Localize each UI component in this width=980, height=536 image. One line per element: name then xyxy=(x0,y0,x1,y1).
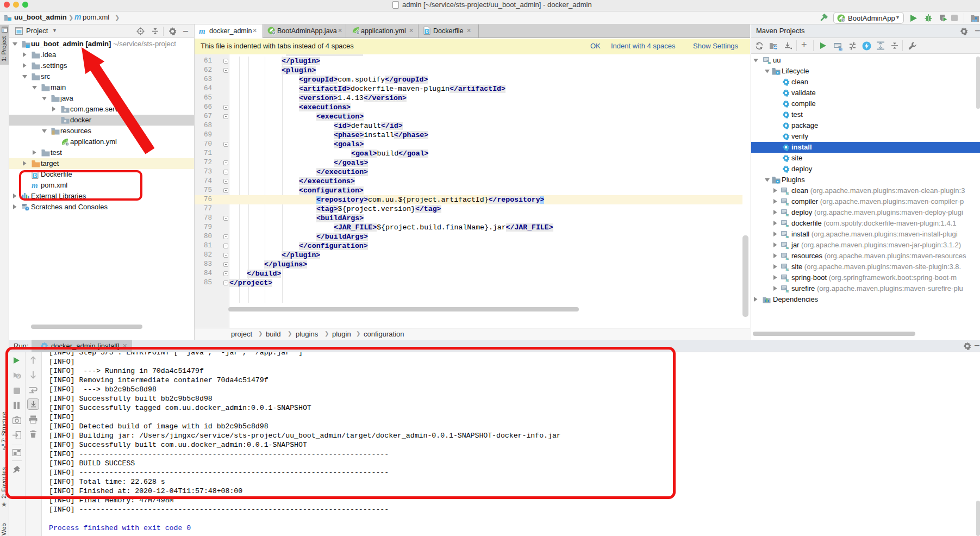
svg-text:m: m xyxy=(786,201,789,206)
svg-text:m: m xyxy=(786,223,789,228)
svg-text:9: 9 xyxy=(17,373,20,379)
svg-text:m: m xyxy=(839,46,842,51)
svg-text:m: m xyxy=(768,60,771,65)
svg-text:m: m xyxy=(786,255,789,260)
svg-text:m: m xyxy=(786,277,789,282)
svg-text:m: m xyxy=(786,266,789,271)
svg-text:m: m xyxy=(786,234,789,239)
svg-text:m: m xyxy=(786,245,789,250)
svg-text:D: D xyxy=(426,29,429,34)
svg-text:D: D xyxy=(34,173,37,178)
svg-text:m: m xyxy=(786,288,789,293)
svg-text:m: m xyxy=(786,190,789,195)
svg-text:m: m xyxy=(786,212,789,217)
